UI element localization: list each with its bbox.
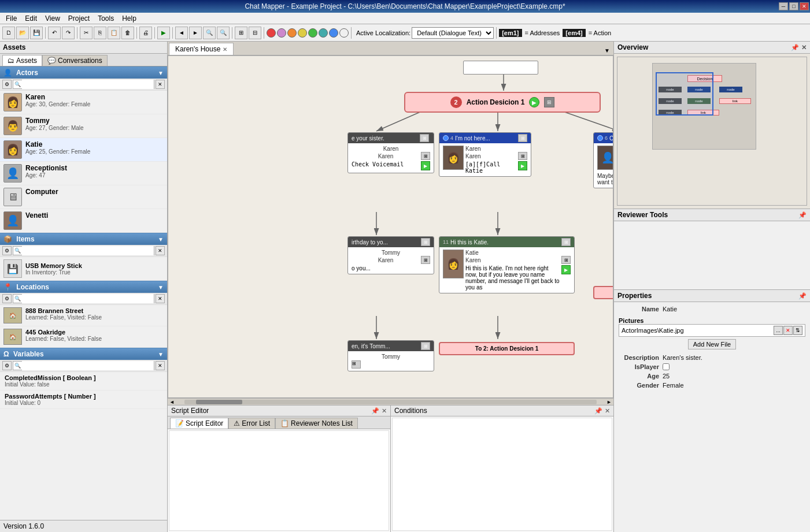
close-button[interactable]: ✕ (800, 2, 809, 10)
variables-add-btn[interactable]: ⚙ (2, 361, 12, 370)
variables-section-header[interactable]: Ω Variables ▼ (0, 348, 167, 360)
tb-grid-btn[interactable]: ⊞ (235, 27, 247, 39)
script-editor-close[interactable]: ✕ (382, 407, 387, 415)
tab-assets[interactable]: 🗂Assets (2, 55, 42, 66)
dialogue-node-4[interactable]: 4 I'm not here... ⊞ 👩 Karen Karen (439, 132, 531, 177)
items-search-input[interactable] (22, 246, 154, 255)
scroll-thumb[interactable] (196, 400, 242, 404)
prop-delete-file-btn[interactable]: ✕ (783, 326, 793, 335)
prop-add-file-btn[interactable]: Add New File (688, 339, 736, 349)
menu-edit[interactable]: Edit (21, 14, 40, 23)
minimize-button[interactable]: ─ (779, 2, 788, 10)
scroll-right-btn[interactable]: ► (605, 399, 613, 405)
menu-tools[interactable]: Tools (94, 14, 117, 23)
tb-new-btn[interactable]: 🗋 (2, 27, 15, 39)
locations-clear-btn[interactable]: ✕ (156, 294, 165, 303)
tb-color-orange[interactable] (287, 28, 297, 38)
decision-link-btn[interactable]: ⊞ (544, 97, 554, 107)
menu-file[interactable]: File (2, 14, 20, 23)
tb-color-teal[interactable] (319, 28, 328, 38)
actor-item-katie[interactable]: 👩 Katie Age: 25, Gender: Female (0, 138, 167, 162)
node11-ctrl2[interactable]: ⊞ (561, 256, 571, 264)
tb-color-yellow[interactable] (298, 28, 307, 38)
canvas-tab-karens-house[interactable]: Karen's House ✕ (169, 43, 234, 55)
menu-project[interactable]: Project (65, 14, 93, 23)
node10-ctrl[interactable]: ⊞ (421, 238, 430, 246)
canvas-scrollbar[interactable]: ◄ ► (168, 398, 613, 405)
actors-search-input[interactable] (22, 80, 154, 89)
scroll-left-btn[interactable]: ◄ (168, 399, 176, 405)
items-clear-btn[interactable]: ✕ (156, 246, 165, 255)
tb-color-pink[interactable] (277, 28, 286, 38)
locations-collapse-arrow[interactable]: ▼ (158, 284, 164, 291)
node11-play-btn[interactable]: ▶ (561, 265, 571, 274)
conditions-close[interactable]: ✕ (605, 407, 610, 415)
menu-help[interactable]: Help (119, 14, 140, 23)
overview-minimap[interactable]: Decision node node node node node link n… (614, 54, 810, 209)
actor-item-venetti[interactable]: 👤 Venetti (0, 209, 167, 233)
tb-color-blue[interactable] (329, 28, 338, 38)
variables-clear-btn[interactable]: ✕ (156, 361, 165, 370)
actors-section-header[interactable]: 👤 Actors ▼ (0, 66, 167, 79)
tb-fwd-btn[interactable]: ► (189, 27, 202, 39)
localization-select[interactable]: Default (Dialogue Text) (412, 27, 494, 39)
actors-clear-btn[interactable]: ✕ (156, 80, 165, 89)
node3-ctrl1[interactable]: ⊞ (420, 134, 429, 142)
tb-color-green[interactable] (308, 28, 317, 38)
location-445[interactable]: 🏠 445 Oakridge Learned: False, Visited: … (0, 326, 167, 348)
tab-error-list[interactable]: ⚠ Error List (228, 418, 275, 429)
node10-cont-ctrl[interactable]: ⊞ (421, 342, 430, 350)
item-usb[interactable]: 💾 USB Memory Stick In Inventory: True (0, 257, 167, 281)
locations-add-btn[interactable]: ⚙ (2, 294, 12, 303)
tb-color-red[interactable] (267, 28, 276, 38)
reviewer-pin[interactable]: 📌 (798, 211, 807, 219)
tb-undo-btn[interactable]: ↶ (48, 27, 61, 39)
variable-completedmission[interactable]: CompletedMission [ Boolean ] Initial Val… (0, 372, 167, 390)
properties-pin[interactable]: 📌 (798, 292, 807, 300)
prop-isplayer-checkbox[interactable] (663, 363, 670, 370)
tb-copy-btn[interactable]: ⎘ (94, 27, 106, 39)
actor-item-computer[interactable]: 🖥 Computer (0, 185, 167, 209)
maximize-button[interactable]: □ (789, 2, 798, 10)
tb-cut-btn[interactable]: ✂ (80, 27, 93, 39)
locations-section-header[interactable]: 📍 Locations ▼ (0, 281, 167, 293)
tb-print-btn[interactable]: 🖨 (139, 27, 152, 39)
tb-play-btn[interactable]: ▶ (157, 27, 170, 39)
node11-ctrl[interactable]: ⊞ (561, 238, 571, 246)
tb-layout-btn[interactable]: ⊟ (249, 27, 261, 39)
tb-paste-btn[interactable]: 📋 (108, 27, 120, 39)
tab-script-editor[interactable]: 📝 Script Editor (170, 418, 228, 429)
node3-play-btn[interactable]: ▶ (421, 161, 430, 170)
link-node-1[interactable]: To 2: Action Desicion 1 (593, 286, 613, 299)
actor-item-tommy[interactable]: 👨 Tommy Age: 27, Gender: Male (0, 114, 167, 138)
prop-file-input[interactable] (622, 327, 772, 334)
prop-file-arrows-btn[interactable]: ⇅ (793, 326, 802, 335)
node3-ctrl2[interactable]: ⊞ (421, 152, 430, 160)
tab-close-btn[interactable]: ✕ (223, 46, 227, 53)
conditions-pin[interactable]: 📌 (594, 407, 602, 415)
decision-green-btn[interactable]: ▶ (529, 97, 539, 107)
variable-passwordattempts[interactable]: PasswordAttempts [ Number ] Initial Valu… (0, 390, 167, 409)
script-editor-pin[interactable]: 📌 (371, 407, 379, 415)
tb-redo-btn[interactable]: ↷ (62, 27, 75, 39)
tb-color-white[interactable] (339, 28, 349, 38)
tb-save-btn[interactable]: 💾 (30, 27, 43, 39)
locations-search-input[interactable] (22, 294, 154, 303)
decision-node-2[interactable]: 2 Action Desicion 1 ▶ ⊞ (404, 92, 601, 113)
tb-delete-btn[interactable]: 🗑 (121, 27, 134, 39)
dialogue-node-11[interactable]: 11 Hi this is Katie. ⊞ 👩 Katie Karen (439, 236, 575, 293)
prop-browse-btn[interactable]: ... (774, 326, 783, 335)
items-section-header[interactable]: 📦 Items ▼ (0, 233, 167, 245)
tab-reviewer-notes[interactable]: 📋 Reviewer Notes List (275, 418, 358, 429)
overview-pin[interactable]: 📌 (791, 44, 799, 51)
tab-conversations[interactable]: 💬Conversations (42, 55, 108, 66)
tb-zoom-out-btn[interactable]: 🔍 (217, 27, 230, 39)
tab-dropdown-btn[interactable]: ▼ (602, 46, 612, 55)
dialogue-node-10[interactable]: irthday to yo... ⊞ Tommy Karen ⊞ o you..… (347, 236, 434, 274)
tb-back-btn[interactable]: ◄ (175, 27, 188, 39)
items-collapse-arrow[interactable]: ▼ (158, 236, 164, 243)
dialogue-node-3[interactable]: e your sister. ⊞ Karen Karen ⊞ Check Voi… (347, 132, 434, 173)
actors-add-btn[interactable]: ⚙ (2, 80, 12, 89)
actor-item-receptionist[interactable]: 👤 Receptionist Age: 47 (0, 162, 167, 185)
items-add-btn[interactable]: ⚙ (2, 246, 12, 255)
